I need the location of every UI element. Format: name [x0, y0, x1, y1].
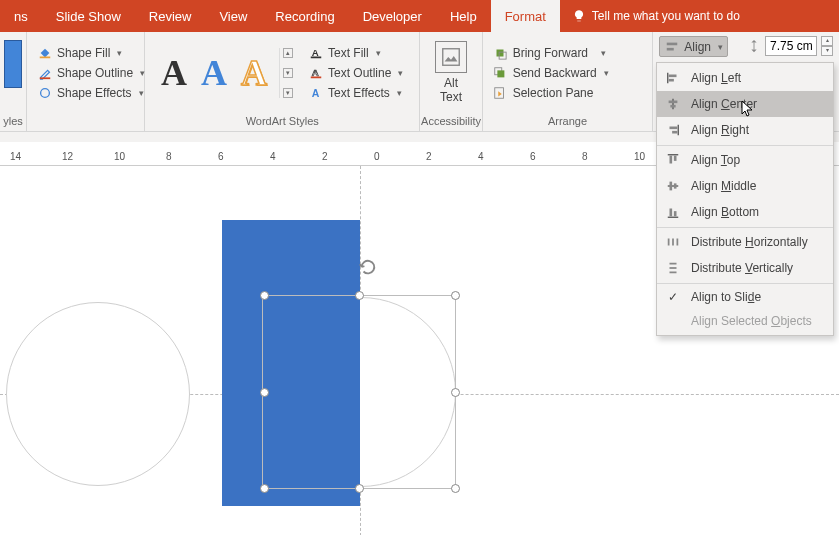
- handle-n[interactable]: [355, 291, 364, 300]
- text-fill-button[interactable]: A Text Fill▾: [304, 43, 407, 62]
- alt-text-button[interactable]: Alt Text: [427, 37, 475, 107]
- tell-me-search[interactable]: Tell me what you want to do: [560, 0, 752, 32]
- selection-pane-icon: [493, 85, 508, 100]
- handle-nw[interactable]: [260, 291, 269, 300]
- send-backward-button[interactable]: Send Backward ▾: [489, 63, 613, 82]
- height-spin-down[interactable]: ▾: [821, 46, 833, 56]
- ruler-tick: 10: [634, 151, 645, 162]
- tab-help[interactable]: Help: [436, 0, 491, 32]
- shape-effects-button[interactable]: Shape Effects▾: [33, 83, 149, 102]
- chevron-up-icon[interactable]: ▴: [283, 48, 293, 58]
- ruler-tick: 6: [218, 151, 224, 162]
- tab-slideshow[interactable]: Slide Show: [42, 0, 135, 32]
- text-outline-label: Text Outline: [328, 66, 391, 80]
- bulb-icon: [572, 9, 586, 23]
- tab-view[interactable]: View: [205, 0, 261, 32]
- menu-distribute-vertical[interactable]: Distribute Vertically: [657, 255, 833, 281]
- align-bottom-icon: [665, 204, 681, 220]
- menu-align-left[interactable]: Align Left: [657, 65, 833, 91]
- shape-effects-label: Shape Effects: [57, 86, 132, 100]
- text-outline-button[interactable]: A Text Outline▾: [304, 63, 407, 82]
- svg-rect-21: [669, 101, 678, 104]
- svg-rect-34: [674, 211, 677, 216]
- wordart-gallery-spinner[interactable]: ▴ ▾ ▾: [279, 48, 296, 98]
- svg-rect-12: [498, 70, 505, 77]
- rotation-handle[interactable]: [359, 258, 379, 278]
- ruler-tick: 2: [322, 151, 328, 162]
- svg-text:A: A: [311, 46, 318, 57]
- group-arrange: Bring Forward ▾ Send Backward ▾ Selectio…: [483, 32, 654, 131]
- ruler-tick: 10: [114, 151, 125, 162]
- bring-forward-icon: [493, 45, 508, 60]
- send-backward-icon: [493, 65, 508, 80]
- tab-developer[interactable]: Developer: [349, 0, 436, 32]
- svg-rect-39: [670, 267, 677, 269]
- svg-rect-37: [677, 239, 679, 246]
- menu-align-top[interactable]: Align Top: [657, 145, 833, 173]
- svg-text:A: A: [311, 86, 319, 98]
- wordart-preset-3[interactable]: A: [241, 55, 267, 91]
- svg-rect-30: [670, 182, 673, 191]
- group-label-accessibility: Accessibility: [420, 113, 481, 131]
- text-outline-icon: A: [308, 65, 323, 80]
- chevron-down-icon[interactable]: ▾: [283, 68, 293, 78]
- tab-recording[interactable]: Recording: [261, 0, 348, 32]
- align-icon: [664, 39, 679, 54]
- distribute-h-icon: [665, 234, 681, 250]
- wordart-gallery[interactable]: A A A: [151, 55, 277, 91]
- shape-outline-label: Shape Outline: [57, 66, 133, 80]
- tab-review[interactable]: Review: [135, 0, 206, 32]
- align-top-icon: [665, 152, 681, 168]
- menu-align-right[interactable]: Align Right: [657, 117, 833, 143]
- svg-rect-31: [674, 183, 677, 188]
- group-thumbnail-partial: yles: [0, 32, 27, 131]
- shape-style-thumb[interactable]: [4, 40, 22, 88]
- expand-gallery-icon[interactable]: ▾: [283, 88, 293, 98]
- shape-circle-1[interactable]: [6, 302, 190, 486]
- tell-me-label: Tell me what you want to do: [592, 9, 740, 23]
- alt-text-label-2: Text: [440, 91, 462, 104]
- bucket-icon: [37, 45, 52, 60]
- menu-align-middle[interactable]: Align Middle: [657, 173, 833, 199]
- handle-ne[interactable]: [451, 291, 460, 300]
- send-backward-split[interactable]: ▾: [604, 68, 609, 78]
- handle-e[interactable]: [451, 388, 460, 397]
- handle-s[interactable]: [355, 484, 364, 493]
- align-left-icon: [665, 70, 681, 86]
- shape-height-control[interactable]: ▴ ▾: [746, 36, 833, 56]
- height-input[interactable]: [765, 36, 817, 56]
- shape-fill-button[interactable]: Shape Fill▾: [33, 43, 149, 62]
- group-label-arrange: Arrange: [483, 113, 653, 131]
- handle-se[interactable]: [451, 484, 460, 493]
- height-spin-up[interactable]: ▴: [821, 36, 833, 46]
- selection-box: [262, 295, 456, 489]
- text-effects-button[interactable]: A Text Effects▾: [304, 83, 407, 102]
- menu-align-bottom[interactable]: Align Bottom: [657, 199, 833, 225]
- align-button[interactable]: Align▾: [659, 36, 728, 57]
- tab-format[interactable]: Format: [491, 0, 560, 32]
- handle-sw[interactable]: [260, 484, 269, 493]
- wordart-preset-1[interactable]: A: [161, 55, 187, 91]
- wordart-preset-2[interactable]: A: [201, 55, 227, 91]
- svg-rect-25: [672, 131, 677, 134]
- text-fill-icon: A: [308, 45, 323, 60]
- ruler-tick: 8: [582, 151, 588, 162]
- svg-rect-24: [670, 127, 678, 130]
- bring-forward-split[interactable]: ▾: [601, 48, 606, 58]
- group-label-wordart: WordArt Styles: [145, 113, 419, 131]
- handle-w[interactable]: [260, 388, 269, 397]
- group-accessibility: Alt Text Accessibility: [420, 32, 482, 131]
- menu-distribute-horizontal[interactable]: Distribute Horizontally: [657, 227, 833, 255]
- svg-rect-9: [497, 49, 504, 56]
- shape-outline-button[interactable]: Shape Outline▾: [33, 63, 149, 82]
- align-label: Align: [684, 40, 711, 54]
- selection-pane-button[interactable]: Selection Pane: [489, 83, 613, 102]
- svg-rect-33: [670, 209, 673, 217]
- text-effects-label: Text Effects: [328, 86, 390, 100]
- tab-partial[interactable]: ns: [0, 0, 42, 32]
- align-right-icon: [665, 122, 681, 138]
- svg-rect-14: [667, 42, 678, 45]
- svg-rect-15: [667, 47, 674, 50]
- menu-align-to-slide[interactable]: ✓ Align to Slide: [657, 283, 833, 309]
- bring-forward-button[interactable]: Bring Forward ▾: [489, 43, 613, 62]
